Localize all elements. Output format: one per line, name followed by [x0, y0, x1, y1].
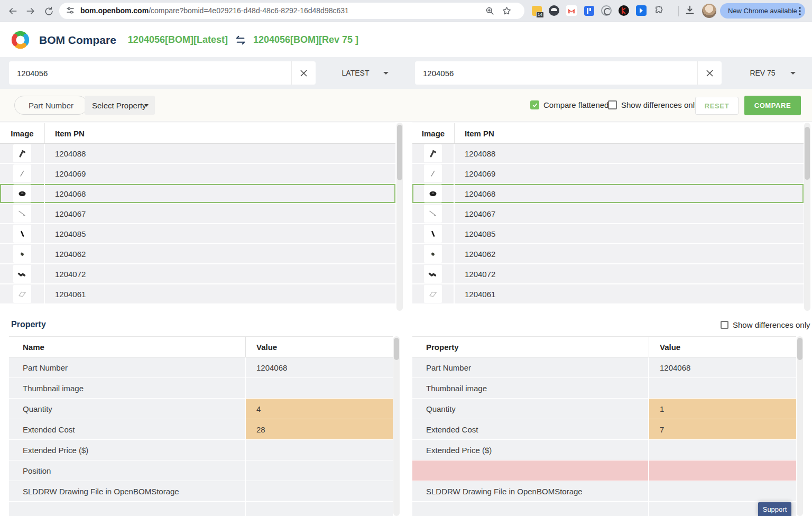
- property-name-cell: Extended Price ($): [412, 440, 649, 460]
- scrollbar-thumb[interactable]: [805, 127, 810, 180]
- property-row: [9, 502, 393, 516]
- item-pn-cell: 1204067: [45, 209, 86, 218]
- property-show-differences-option: Show differences only: [721, 320, 810, 329]
- gmail-extension-icon[interactable]: [566, 5, 577, 16]
- table-row[interactable]: 1204072: [412, 264, 804, 284]
- property-value-cell: [246, 440, 393, 460]
- property-value-cell: [649, 440, 796, 460]
- table-row[interactable]: 1204069: [0, 164, 395, 184]
- image-cell: [412, 224, 455, 243]
- right-revision-select[interactable]: REV 75: [724, 61, 801, 85]
- select-property-dropdown[interactable]: Select Property: [85, 96, 155, 115]
- swirl-extension-icon[interactable]: [601, 5, 612, 16]
- scrollbar-thumb[interactable]: [797, 338, 802, 360]
- nut-icon: [13, 245, 31, 263]
- table-row[interactable]: 1204068: [0, 184, 395, 204]
- blue-arrow-extension-icon[interactable]: [635, 5, 647, 16]
- profile-avatar[interactable]: [702, 4, 716, 18]
- keeper-extension-icon[interactable]: [618, 5, 630, 16]
- site-settings-icon[interactable]: [66, 6, 75, 15]
- left-property-scrollbar[interactable]: [393, 336, 400, 516]
- property-name-cell: Position: [9, 460, 246, 481]
- property-name-cell: Extended Cost: [412, 419, 649, 439]
- burger-extension-icon[interactable]: [548, 5, 560, 16]
- right-search-input[interactable]: [415, 61, 697, 85]
- property-show-differences-checkbox[interactable]: [721, 321, 728, 329]
- item-pn-cell: 1204062: [455, 250, 495, 259]
- table-row[interactable]: 1204085: [412, 224, 804, 244]
- property-name-cell: SLDDRW Drawing File in OpenBOMStorage: [9, 481, 246, 501]
- property-name-cell: Quantity: [9, 399, 246, 419]
- image-cell: [412, 164, 455, 183]
- table-row[interactable]: 1204072: [0, 264, 395, 284]
- item-pn-cell: 1204069: [45, 169, 86, 178]
- table-row[interactable]: 1204085: [0, 224, 395, 244]
- table-row[interactable]: 1204062: [0, 244, 395, 264]
- rod-icon: [424, 205, 442, 223]
- show-differences-label: Show differences only: [621, 100, 698, 109]
- item-pn-cell: 1204062: [45, 250, 86, 259]
- right-bom-scrollbar[interactable]: [804, 123, 810, 311]
- left-search-input[interactable]: [9, 61, 291, 85]
- image-cell: [412, 264, 455, 283]
- right-property-scrollbar[interactable]: [797, 336, 803, 516]
- item-pn-cell: 1204085: [45, 229, 86, 238]
- left-clear-icon[interactable]: [291, 61, 316, 85]
- short-pin-icon: [13, 225, 31, 243]
- openbom-logo-icon: [11, 30, 30, 50]
- image-cell: [412, 184, 455, 203]
- update-chrome-button[interactable]: New Chrome available: [720, 3, 805, 19]
- calendar-extension-icon[interactable]: 14: [531, 5, 542, 16]
- downloads-icon[interactable]: [684, 4, 696, 16]
- property-value-cell: [246, 502, 393, 516]
- table-row[interactable]: 1204088: [412, 144, 804, 164]
- forward-icon[interactable]: [23, 4, 38, 19]
- property-row: Thumbnail image: [9, 378, 393, 399]
- item-pn-column-header: Item PN: [455, 129, 494, 138]
- table-row[interactable]: 1204067: [0, 204, 395, 224]
- reload-icon[interactable]: [41, 4, 56, 19]
- item-pn-cell: 1204072: [455, 270, 495, 279]
- property-row: Extended Price ($): [412, 440, 796, 460]
- left-revision-select[interactable]: LATEST: [317, 61, 394, 85]
- show-differences-checkbox[interactable]: [608, 100, 617, 109]
- image-cell: [0, 224, 45, 243]
- toolbar-divider: [678, 6, 679, 16]
- property-row: Part Number1204068: [9, 357, 393, 378]
- table-row[interactable]: 1204068: [412, 184, 804, 204]
- back-icon[interactable]: [5, 4, 20, 19]
- image-cell: [412, 204, 455, 223]
- filter-row: Part Number Select Property Compare flat…: [0, 89, 812, 122]
- address-bar[interactable]: bom.openbom.com/compare?bomid=4e029216-d…: [59, 3, 524, 19]
- kebab-menu-icon[interactable]: [799, 7, 801, 15]
- property-value-cell: 7: [649, 419, 796, 439]
- table-row[interactable]: 1204061: [0, 284, 395, 305]
- table-row[interactable]: 1204062: [412, 244, 804, 264]
- image-cell: [0, 264, 45, 283]
- property-row: Quantity1: [412, 399, 796, 419]
- table-row[interactable]: 1204069: [412, 164, 804, 184]
- table-row[interactable]: 1204067: [412, 204, 804, 224]
- gasket-icon: [424, 285, 442, 303]
- blue-bars-extension-icon[interactable]: [583, 5, 595, 16]
- right-clear-icon[interactable]: [697, 61, 722, 85]
- compare-button[interactable]: COMPARE: [744, 96, 801, 115]
- extensions-puzzle-icon[interactable]: [653, 5, 665, 16]
- part-number-chip[interactable]: Part Number: [14, 96, 88, 115]
- item-pn-cell: 1204061: [455, 290, 495, 299]
- table-row[interactable]: 1204088: [0, 144, 395, 164]
- left-bom-scrollbar[interactable]: [396, 123, 403, 311]
- zoom-icon[interactable]: [485, 6, 495, 16]
- item-pn-cell: 1204068: [455, 189, 495, 198]
- property-name-cell: Part Number: [412, 357, 649, 377]
- compare-flattened-checkbox[interactable]: [530, 100, 539, 109]
- property-value-cell: [246, 460, 393, 481]
- bookmark-star-icon[interactable]: [502, 6, 512, 16]
- scrollbar-thumb[interactable]: [394, 338, 399, 360]
- scrollbar-thumb[interactable]: [397, 125, 402, 180]
- compare-flattened-label: Compare flattened: [543, 100, 608, 109]
- support-button[interactable]: Support: [758, 502, 791, 516]
- grommet-icon: [424, 185, 442, 202]
- reset-button[interactable]: RESET: [695, 97, 739, 115]
- table-row[interactable]: 1204061: [412, 284, 804, 305]
